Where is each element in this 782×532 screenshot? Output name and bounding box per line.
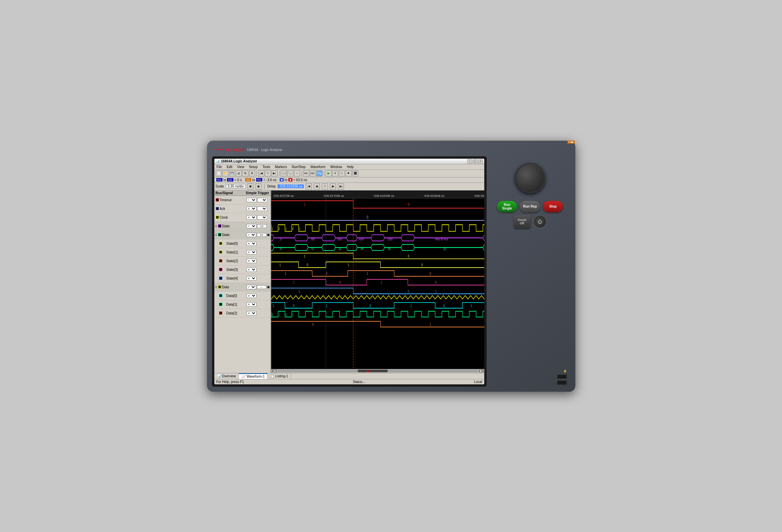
state0-wave: 1 0	[271, 253, 484, 259]
touch-off-button[interactable]: TouchOff	[514, 215, 531, 228]
data0-trig-select[interactable]: X	[247, 294, 256, 298]
delay-trig[interactable]: T	[322, 184, 328, 190]
data-extra-btn[interactable]: ▣	[267, 285, 270, 289]
timeout-trig-val[interactable]	[257, 198, 267, 202]
trig-btn[interactable]: Trig	[317, 170, 322, 177]
scale-zoom-in[interactable]: ▣	[248, 184, 253, 190]
state1-expand[interactable]: ⊟	[215, 225, 217, 228]
tb-play[interactable]: ▶	[325, 170, 331, 177]
menu-edit[interactable]: Edit	[226, 165, 234, 169]
nav-end-btn[interactable]: ▶|	[272, 170, 278, 177]
marker2-btn[interactable]: M2	[310, 170, 316, 177]
maximize-button[interactable]: □	[473, 159, 477, 163]
run-rep-button[interactable]: Run Rep	[520, 201, 540, 212]
data2-trig-select[interactable]: X	[247, 311, 256, 315]
state2-extra-btn[interactable]: ▣	[267, 233, 270, 236]
svg-text:0: 0	[367, 215, 368, 219]
close-button[interactable]: ×	[478, 159, 483, 163]
tb-trigger-icon[interactable]: ✚	[346, 170, 352, 177]
clock-trig-select[interactable]: X	[247, 215, 256, 220]
tb-stop2[interactable]: ⬛	[352, 170, 358, 177]
signal-row-state2: ⊟ State = ▣	[214, 231, 271, 239]
state1b-name: State[1]	[226, 251, 247, 254]
run-single-button[interactable]: RunSingle	[497, 201, 517, 212]
state0-trig-select[interactable]: X	[247, 241, 256, 246]
tab-overview[interactable]: 📊 Overview	[214, 373, 239, 379]
state2-icon	[218, 233, 221, 236]
title-bar-left: 📊 16864A Logic Analyzer	[216, 159, 257, 163]
tab-waveform1[interactable]: 📈 Waveform-1	[239, 373, 268, 379]
clock-trig-val[interactable]	[257, 215, 267, 220]
state1-trig-value[interactable]	[257, 224, 266, 228]
ack-icon	[216, 207, 219, 210]
delay-nav3[interactable]: |▶	[330, 184, 336, 190]
nav-trigger-btn[interactable]: T	[265, 170, 271, 177]
menu-help[interactable]: Help	[346, 165, 355, 169]
open-button[interactable]: 📂	[222, 170, 228, 177]
tab-listing1[interactable]: 📋 Listing-1	[268, 373, 291, 379]
svg-text:1: 1	[285, 227, 287, 231]
signal-row-clock: Clock X	[214, 213, 271, 222]
menu-window[interactable]: Window	[329, 165, 343, 169]
state2b-trig-select[interactable]: X	[247, 259, 256, 263]
right-panel: RunSingle Run Rep Stop TouchOff ⏻ ⚡	[490, 156, 570, 387]
main-knob[interactable]	[515, 163, 545, 193]
menu-markers[interactable]: Markers	[274, 165, 288, 169]
fit-btn[interactable]: ↔	[294, 170, 300, 177]
scale-zoom-out[interactable]: ▣	[255, 184, 261, 190]
timeout-trig-select[interactable]: ↑	[247, 198, 256, 202]
title-bar-buttons: − □ ×	[467, 159, 483, 163]
state2-trig-value[interactable]	[257, 233, 266, 237]
local-text: Local	[474, 380, 482, 384]
delay-label: Delay	[267, 185, 276, 188]
svg-text:1: 1	[429, 322, 431, 326]
state4-name: State[4]	[226, 276, 247, 280]
nav-start-scroll[interactable]: |◀	[272, 370, 277, 372]
state3-trig-select[interactable]: X	[247, 267, 256, 272]
save-button[interactable]: 💾	[229, 170, 235, 177]
data1-trig-select[interactable]: X	[247, 302, 256, 307]
minimize-button[interactable]: −	[467, 159, 472, 163]
menu-tools[interactable]: Tools	[261, 165, 271, 169]
delay-nav2[interactable]: ◀|	[314, 184, 320, 190]
tb-rep[interactable]: ↺	[332, 170, 338, 177]
marker-btn[interactable]: M1	[303, 170, 309, 177]
state3-name: State[3]	[226, 268, 247, 271]
data-trig-select[interactable]: =	[247, 285, 256, 289]
red-marker: ■	[288, 178, 292, 182]
svg-text:0: 0	[443, 303, 445, 307]
svg-text:04: 04	[360, 246, 363, 251]
delay-nav4[interactable]: ▶|	[338, 184, 344, 190]
new-button[interactable]: 📄	[216, 170, 222, 177]
state2-expand[interactable]: ⊟	[215, 233, 217, 236]
nav-start-btn[interactable]: |◀	[258, 170, 264, 177]
menu-view[interactable]: View	[236, 165, 246, 169]
state4-trig-select[interactable]: X	[247, 276, 256, 280]
state1b-trig-select[interactable]: X	[247, 250, 256, 255]
time-label-2: -536.617038 us	[323, 194, 344, 197]
data-expand[interactable]: ⊟	[215, 286, 217, 289]
nav-end-scroll[interactable]: ▶|	[479, 370, 484, 372]
ack-trig-select[interactable]: X	[247, 206, 256, 211]
menu-waveform[interactable]: Waveform	[310, 165, 326, 169]
data-trig-value[interactable]	[257, 285, 266, 289]
ack-trig-val[interactable]	[257, 206, 267, 211]
stop-button[interactable]: Stop	[543, 201, 563, 212]
time-label-3: -536.610338 us	[374, 194, 394, 197]
time-label-5: -536.596938 us	[474, 194, 484, 197]
menu-file[interactable]: File	[216, 165, 223, 169]
menu-runstop[interactable]: Run/Stop	[291, 165, 307, 169]
zoom-in-btn[interactable]: 🔍+	[281, 170, 287, 177]
tb-icon2[interactable]: ⚙	[249, 170, 255, 177]
menu-setup[interactable]: Setup	[248, 165, 258, 169]
state2-trig-select[interactable]: =	[247, 233, 256, 237]
zoom-out-btn[interactable]: 🔍-	[287, 170, 293, 177]
print-button[interactable]: 🖨	[236, 170, 242, 177]
delay-nav1[interactable]: |◀	[306, 184, 312, 190]
scrollbar-thumb[interactable]	[358, 370, 388, 372]
data0-wave: 1 0 1 0 1 0 1	[271, 302, 484, 308]
power-button[interactable]: ⏻	[533, 215, 546, 228]
tb-stop[interactable]: □	[339, 170, 345, 177]
state1-trig-select[interactable]: =	[247, 224, 256, 228]
tb-icon1[interactable]: ⚙	[243, 170, 249, 177]
